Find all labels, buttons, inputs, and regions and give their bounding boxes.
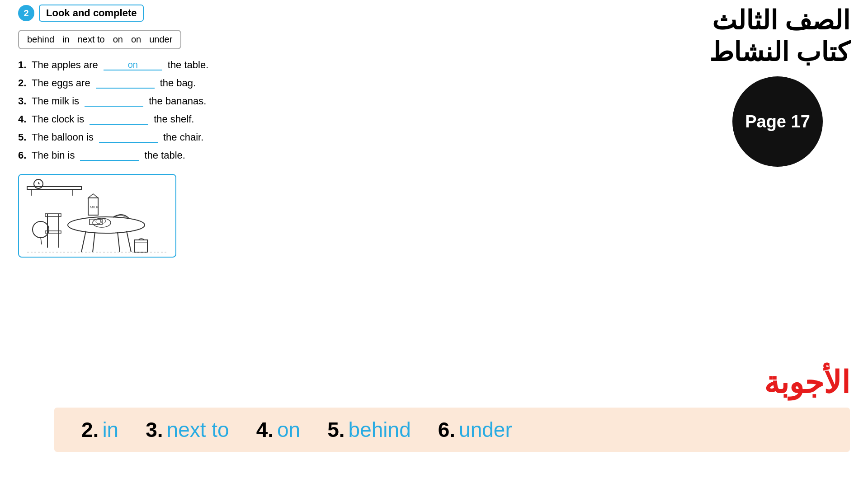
word-on1: on: [113, 34, 123, 45]
answer-item-2: 2. in: [81, 418, 146, 442]
exercise-number-badge: 2: [18, 5, 34, 21]
answers-bar: 2. in 3. next to 4. on 5. behind 6. unde…: [54, 408, 850, 452]
word-behind: behind: [27, 34, 54, 45]
word-next-to: next to: [78, 34, 105, 45]
right-panel: الصف الثالث كتاب النشاط Page 17: [709, 5, 850, 167]
answer-item-5: 5. behind: [327, 418, 438, 442]
svg-text:MILK: MILK: [90, 205, 99, 209]
left-panel: 2 Look and complete behind in next to on…: [18, 5, 326, 258]
word-bank: behind in next to on on under: [18, 30, 181, 49]
svg-line-11: [127, 231, 131, 252]
svg-line-25: [41, 238, 42, 244]
kitchen-image: MILK: [18, 174, 176, 258]
answer-item-4: 4. on: [256, 418, 328, 442]
answer-2[interactable]: [96, 78, 155, 89]
sentence-6: 6. The bin is the table.: [18, 150, 326, 161]
answer-1[interactable]: on: [104, 60, 162, 70]
arabic-grade-title: الصف الثالث: [712, 5, 850, 36]
word-in: in: [62, 34, 70, 45]
sentences-list: 1. The apples are on the table. 2. The e…: [18, 59, 326, 161]
svg-line-13: [118, 232, 120, 252]
answer-item-3: 3. next to: [146, 418, 256, 442]
svg-line-12: [93, 232, 95, 252]
exercise-header: 2 Look and complete: [18, 5, 326, 22]
answer-item-6: 6. under: [438, 418, 512, 442]
answer-5[interactable]: [99, 132, 158, 143]
answer-4[interactable]: [90, 114, 148, 125]
answer-3[interactable]: [85, 96, 143, 107]
sentence-1: 1. The apples are on the table.: [18, 59, 326, 71]
sentence-2: 2. The eggs are the bag.: [18, 77, 326, 89]
svg-point-9: [68, 217, 145, 233]
exercise-title: Look and complete: [39, 5, 144, 22]
sentence-4: 4. The clock is the shelf.: [18, 113, 326, 125]
svg-point-24: [33, 221, 49, 238]
answers-label: الأجوبة: [764, 365, 850, 400]
page-badge: Page 17: [732, 76, 823, 167]
answer-6[interactable]: [80, 150, 139, 161]
answers-section: الأجوبة 2. in 3. next to 4. on 5. behind…: [0, 365, 868, 452]
sentence-5: 5. The balloon is the chair.: [18, 131, 326, 143]
arabic-book-title: كتاب النشاط: [709, 36, 850, 68]
sentence-3: 3. The milk is the bananas.: [18, 95, 326, 107]
svg-line-10: [81, 231, 86, 252]
svg-rect-26: [135, 240, 147, 252]
word-under: under: [149, 34, 172, 45]
word-on2: on: [131, 34, 141, 45]
svg-marker-7: [88, 194, 98, 198]
